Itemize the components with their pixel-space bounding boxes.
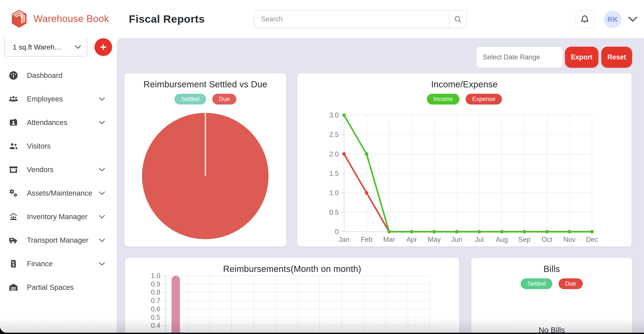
bills-legend: Settled Due: [471, 278, 632, 289]
id-badge-icon: [8, 117, 18, 128]
warehouse-logo-icon: [9, 8, 30, 29]
svg-text:Mar: Mar: [383, 236, 395, 243]
people-group-icon: [8, 94, 18, 104]
garage-icon: [8, 282, 18, 293]
svg-text:0.7: 0.7: [151, 297, 160, 305]
income-expense-card: JanFebMarAprMayJunJulAugSepOctNovDec3.02…: [297, 73, 632, 246]
legend-pill-expense[interactable]: Expense: [466, 94, 502, 104]
app-window: Warehouse Book Fiscal Reports RK: [0, 0, 644, 333]
sidebar-item-finance[interactable]: $ Finance: [0, 252, 117, 276]
sidebar-item-label: Attendances: [27, 118, 67, 127]
svg-text:Dec: Dec: [586, 236, 598, 243]
sidebar-item-inventory-manager[interactable]: Inventory Manager: [0, 205, 117, 228]
search-bar: [254, 10, 466, 28]
sidebar-item-visitors[interactable]: Visitors: [0, 134, 117, 158]
legend-pill-income[interactable]: Income: [427, 94, 460, 104]
bills-card-title: Bills: [471, 258, 632, 274]
svg-text:0.8: 0.8: [151, 289, 160, 296]
sidebar-nav: Dashboard Employees A: [0, 64, 117, 299]
svg-text:1.5: 1.5: [329, 170, 339, 177]
report-controls: Export Reset: [117, 38, 644, 71]
sidebar-item-label: Dashboard: [27, 71, 62, 80]
reset-button[interactable]: Reset: [601, 47, 632, 68]
app-logo[interactable]: Warehouse Book: [9, 8, 109, 29]
sidebar-item-label: Visitors: [27, 142, 51, 150]
storefront-icon: [8, 165, 18, 175]
sidebar-item-label: Assets/Maintenance: [27, 189, 92, 197]
svg-text:3.0: 3.0: [329, 111, 339, 119]
warehouse-select-value: 1 sq.ft Wareh…: [13, 43, 62, 51]
profile-chevron-down-icon[interactable]: [628, 16, 638, 22]
svg-text:May: May: [428, 236, 441, 243]
bills-empty-text: No Bills: [471, 326, 632, 333]
svg-text:2.0: 2.0: [329, 150, 339, 158]
chevron-down-icon: [99, 238, 105, 242]
svg-text:Jun: Jun: [451, 236, 462, 243]
line-card-title: Income/Expense: [297, 73, 632, 89]
legend-pill-due[interactable]: Due: [212, 94, 236, 104]
sidebar-item-dashboard[interactable]: Dashboard: [0, 64, 117, 87]
sidebar-item-assets-maintenance[interactable]: Assets/Maintenance: [0, 181, 117, 205]
brand-name: Warehouse Book: [34, 13, 109, 24]
legend-pill-settled[interactable]: Settled: [521, 278, 552, 289]
chevron-down-icon: [99, 215, 105, 219]
content-area: Export Reset Reimbursement Settled vs Du…: [117, 38, 644, 333]
svg-text:0.9: 0.9: [151, 280, 160, 288]
sidebar-item-vendors[interactable]: Vendors: [0, 158, 117, 181]
sidebar-item-attendances[interactable]: Attendances: [0, 111, 117, 134]
pie-slice-divider: [205, 113, 206, 176]
search-icon: [453, 15, 462, 23]
reimbursement-pie-card: Reimbursement Settled vs Due Settled Due: [124, 73, 286, 246]
svg-text:0.5: 0.5: [151, 314, 160, 321]
date-range-input[interactable]: [476, 47, 562, 67]
svg-text:Aug: Aug: [496, 236, 508, 243]
truck-icon: [8, 235, 18, 245]
sidebar-item-label: Employees: [27, 95, 63, 103]
svg-text:0: 0: [335, 228, 339, 236]
reimbursements-bar-card: 1.00.90.80.70.60.50.4 Reimbursements(Mon…: [125, 258, 459, 333]
sidebar-item-partial-spaces[interactable]: Partial Spaces: [0, 276, 117, 299]
select-chevron-down-icon: [75, 45, 81, 49]
svg-text:0.4: 0.4: [151, 322, 160, 330]
receipt-dollar-icon: $: [8, 259, 18, 269]
search-button[interactable]: [449, 10, 466, 28]
sidebar-item-employees[interactable]: Employees: [0, 87, 117, 111]
gears-icon: [8, 188, 18, 198]
top-bar: Warehouse Book Fiscal Reports RK: [0, 0, 644, 38]
legend-pill-settled[interactable]: Settled: [174, 94, 206, 104]
svg-text:Nov: Nov: [564, 236, 576, 243]
svg-text:Jul: Jul: [475, 236, 484, 243]
svg-text:$: $: [12, 263, 14, 267]
svg-text:0.5: 0.5: [329, 209, 339, 216]
svg-text:1.0: 1.0: [329, 189, 339, 197]
chevron-down-icon: [99, 97, 105, 101]
sidebar-item-transport-manager[interactable]: Transport Manager: [0, 228, 117, 252]
legend-pill-due[interactable]: Due: [558, 278, 583, 289]
chevron-down-icon: [99, 262, 105, 266]
add-warehouse-button[interactable]: [94, 38, 112, 56]
pie-card-title: Reimbursement Settled vs Due: [124, 73, 286, 89]
export-button[interactable]: Export: [565, 47, 598, 68]
bar-card-title: Reimbursements(Month on month): [125, 258, 459, 274]
page-title: Fiscal Reports: [129, 13, 205, 25]
svg-text:Jan: Jan: [338, 236, 350, 243]
plus-icon: [99, 43, 108, 51]
sidebar-item-label: Finance: [27, 260, 53, 268]
chevron-down-icon: [99, 121, 105, 125]
avatar[interactable]: RK: [604, 10, 622, 28]
line-legend: Income Expense: [297, 94, 632, 104]
warehouse-people-icon: [8, 212, 18, 222]
svg-text:2.5: 2.5: [329, 131, 339, 138]
visitors-icon: [8, 141, 18, 151]
search-input[interactable]: [254, 10, 449, 28]
speedometer-icon: [8, 70, 18, 80]
svg-text:0.6: 0.6: [151, 305, 160, 313]
chevron-down-icon: [99, 191, 105, 195]
bills-card: Bills Settled Due No Bills: [471, 258, 632, 333]
warehouse-select[interactable]: 1 sq.ft Wareh…: [4, 38, 88, 56]
sidebar-item-label: Inventory Manager: [27, 213, 88, 221]
sidebar-item-label: Vendors: [27, 165, 54, 174]
sidebar: 1 sq.ft Wareh… Dashboard: [0, 0, 117, 333]
notifications-button[interactable]: [575, 10, 594, 29]
sidebar-item-label: Transport Manager: [27, 236, 88, 245]
